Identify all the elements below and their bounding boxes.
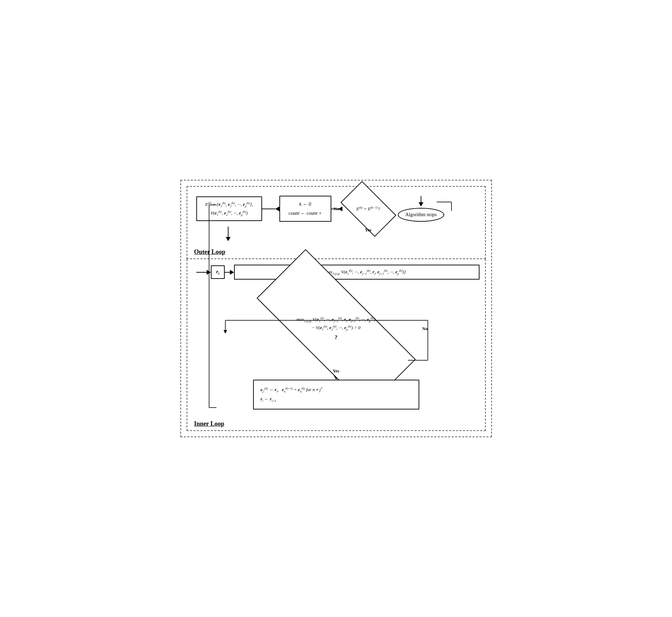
- init-box: k ← 0 count ← count +: [279, 196, 331, 221]
- convergence-condition: E(k) = E(k−1)?: [356, 206, 380, 211]
- outer-loop-section: E(k) = {e1(k), e2(k), ···, ep(k)}, V(e1(…: [187, 186, 486, 259]
- question-mark: ?: [296, 333, 375, 342]
- update-formula-line1: ej*(k) ← ri, en(k+1) = en(k) for n ≠ j*: [261, 385, 412, 395]
- v-formula: V(e1(k), e2(k), ···, ep(k)): [202, 209, 257, 218]
- inner-loop-section: ri j* = arg {max1≤j≤p V(e1(k), ···, ej−1…: [187, 259, 486, 431]
- k-init: k ← 0: [286, 200, 325, 209]
- count-init: count ← count +: [286, 209, 325, 218]
- inner-condition-line1: max1≤j≤p V(e1(k), ···, ej−1(k), ri, ej+1…: [296, 316, 375, 324]
- yes-label: Yes: [365, 227, 371, 233]
- inner-loop-label: Inner Loop: [194, 420, 224, 428]
- jstar-box: j* = arg {max1≤j≤p V(e1(k), ···, ej−1(k)…: [234, 265, 479, 280]
- algorithm-stops: Algorithm stops: [398, 208, 445, 222]
- inner-condition-line2: − V(e1(k), e2(k), ···, ep(k)) > 0: [296, 324, 375, 332]
- algorithm-stops-text: Algorithm stops: [405, 212, 437, 217]
- no-label-inner: No: [422, 326, 428, 332]
- e-set-box: E(k) = {e1(k), e2(k), ···, ep(k)}, V(e1(…: [196, 196, 262, 221]
- no-label: No: [334, 206, 339, 212]
- update-box: ej*(k) ← ri, en(k+1) = en(k) for n ≠ j* …: [253, 380, 419, 409]
- outer-loop-label: Outer Loop: [194, 248, 225, 256]
- e-set-formula: E(k) = {e1(k), e2(k), ···, ep(k)},: [202, 200, 257, 209]
- ri-label: ri: [216, 269, 219, 274]
- update-formula-line2: ri ← ri+1: [261, 395, 412, 404]
- ri-box: ri: [211, 265, 225, 279]
- algorithm-diagram: E(k) = {e1(k), e2(k), ···, ep(k)}, V(e1(…: [180, 180, 492, 437]
- yes-label-inner: Yes: [333, 368, 339, 374]
